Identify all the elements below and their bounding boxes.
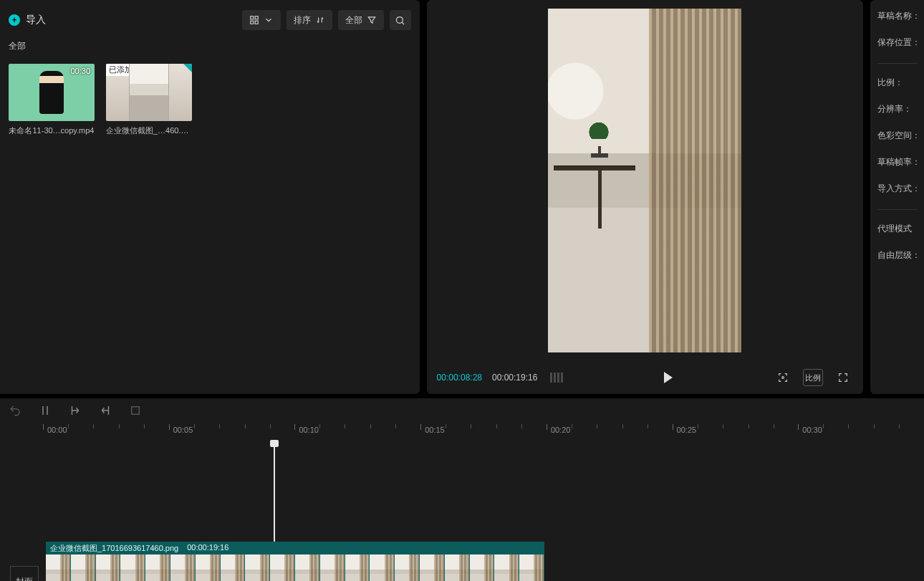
- prop-draft-fps: 草稿帧率：: [877, 156, 917, 168]
- svg-line-5: [402, 22, 404, 24]
- trim-left-button[interactable]: [69, 404, 82, 419]
- svg-rect-3: [255, 21, 258, 24]
- svg-point-6: [782, 377, 784, 379]
- media-panel: + 导入 排序 全部: [0, 0, 420, 394]
- clip-header: 企业微信截图_17016693617460.png 00:00:19:16: [46, 542, 544, 554]
- focus-icon: [777, 372, 789, 383]
- sort-icon: [315, 15, 325, 25]
- prop-draft-name: 草稿名称：: [877, 10, 917, 22]
- ruler-tick: 00:10: [299, 426, 319, 434]
- ruler-tick: 00:00: [47, 426, 67, 434]
- search-icon: [395, 15, 405, 26]
- properties-panel: 草稿名称： 保存位置： 比例： 分辨率： 色彩空间： 草稿帧率： 导入方式： 代…: [870, 0, 924, 394]
- media-filename: 企业微信截图_…460.png: [106, 125, 192, 136]
- svg-rect-0: [250, 16, 253, 19]
- crop-icon: [129, 404, 142, 417]
- cover-button[interactable]: 封面: [10, 566, 39, 581]
- timeline-tools: [0, 398, 924, 424]
- grid-icon: [249, 15, 259, 25]
- ruler-tick: 00:05: [173, 426, 193, 434]
- undo-button[interactable]: [9, 404, 21, 419]
- prop-proxy-mode: 代理模式: [877, 209, 917, 235]
- trim-right-button[interactable]: [99, 404, 112, 419]
- media-toolbar: + 导入 排序 全部: [0, 0, 420, 40]
- fullscreen-button[interactable]: [833, 369, 853, 386]
- import-label: 导入: [26, 14, 46, 27]
- sort-button[interactable]: 排序: [287, 10, 332, 30]
- timecode-total: 00:00:19:16: [492, 373, 537, 383]
- clip-duration: 00:00:19:16: [187, 543, 228, 553]
- filter-button[interactable]: 全部: [338, 10, 384, 30]
- split-icon: [39, 404, 52, 417]
- preview-stage[interactable]: [427, 0, 863, 361]
- timecode-current: 00:00:08:28: [437, 373, 482, 383]
- crop-button[interactable]: [129, 404, 142, 419]
- prop-color-space: 色彩空间：: [877, 130, 917, 142]
- tab-all[interactable]: 全部: [9, 41, 26, 51]
- timeline-clip[interactable]: 企业微信截图_17016693617460.png 00:00:19:16: [46, 542, 544, 581]
- svg-rect-2: [250, 21, 253, 24]
- media-filename: 未命名11-30…copy.mp4: [9, 125, 95, 136]
- media-grid: 00:30 未命名11-30…copy.mp4 已添加 企业微信截图_…460.…: [0, 58, 420, 142]
- ruler-tick: 00:25: [677, 426, 697, 434]
- undo-icon: [9, 404, 21, 417]
- media-duration: 00:30: [70, 67, 90, 75]
- aspect-button[interactable]: 比例: [803, 369, 823, 386]
- prop-save-path: 保存位置：: [877, 37, 917, 49]
- split-button[interactable]: [39, 404, 52, 419]
- trim-left-icon: [69, 404, 82, 417]
- play-button[interactable]: [664, 372, 673, 383]
- fullscreen-icon: [837, 372, 849, 383]
- clip-thumbs: [46, 554, 544, 581]
- preview-bar: 00:00:08:28 00:00:19:16 比例: [427, 361, 863, 394]
- media-item-image[interactable]: 已添加 企业微信截图_…460.png: [106, 64, 192, 136]
- svg-point-4: [397, 16, 403, 23]
- aspect-label: 比例: [805, 373, 821, 383]
- timeline-ruler[interactable]: 00:00 00:05 00:10 00:15 00:20 00:25 00:3…: [43, 424, 924, 441]
- plus-icon: +: [9, 14, 20, 26]
- media-thumb: 已添加: [106, 64, 192, 121]
- trim-right-icon: [99, 404, 112, 417]
- timeline-panel: 00:00 00:05 00:10 00:15 00:20 00:25 00:3…: [0, 398, 924, 581]
- filter-icon: [367, 15, 377, 25]
- corner-mark-icon: [183, 64, 192, 72]
- media-thumb: 00:30: [9, 64, 95, 121]
- search-button[interactable]: [390, 10, 411, 30]
- view-mode-button[interactable]: [242, 10, 281, 30]
- import-button[interactable]: + 导入: [9, 14, 46, 27]
- svg-rect-1: [255, 16, 258, 19]
- clip-name: 企业微信截图_17016693617460.png: [50, 543, 178, 553]
- prop-resolution: 分辨率：: [877, 103, 917, 115]
- svg-rect-7: [132, 406, 140, 414]
- preview-panel: 00:00:08:28 00:00:19:16 比例: [427, 0, 863, 394]
- timeline-tracks[interactable]: 封面 企业微信截图_17016693617460.png 00:00:19:16: [0, 441, 924, 581]
- ruler-tick: 00:15: [425, 426, 445, 434]
- prop-ratio: 比例：: [877, 63, 917, 89]
- ruler-tick: 00:20: [551, 426, 571, 434]
- cover-label: 封面: [16, 576, 33, 582]
- ruler-tick: 00:30: [802, 426, 822, 434]
- reset-zoom-button[interactable]: [773, 369, 793, 386]
- filter-label: 全部: [345, 14, 362, 27]
- prop-import-mode: 导入方式：: [877, 183, 917, 195]
- columns-icon[interactable]: [550, 373, 563, 383]
- prop-free-layer: 自由层级：: [877, 249, 917, 261]
- chevron-down-icon: [264, 15, 274, 25]
- preview-frame: [548, 9, 741, 352]
- sort-label: 排序: [294, 14, 311, 27]
- media-item-video[interactable]: 00:30 未命名11-30…copy.mp4: [9, 64, 95, 136]
